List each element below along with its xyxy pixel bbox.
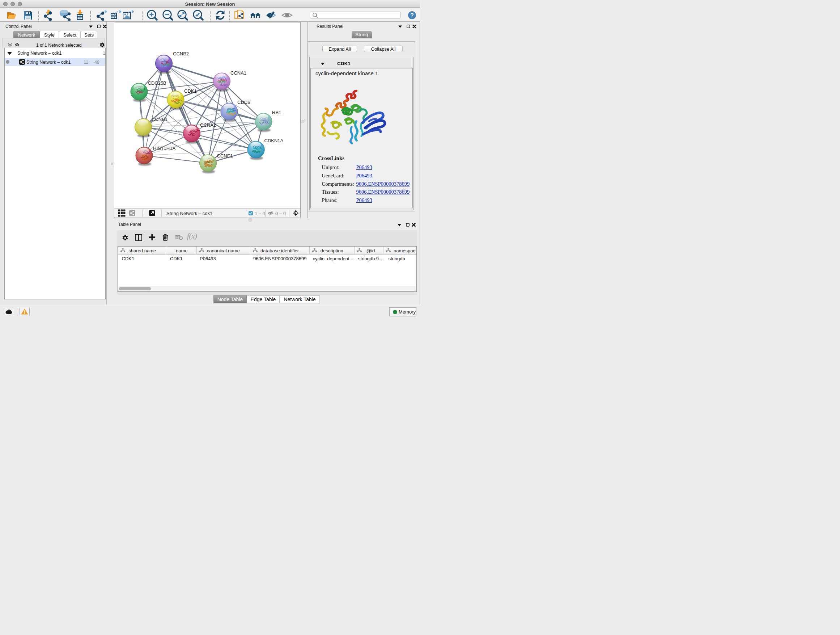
svg-text:HIST1H1A: HIST1H1A — [153, 146, 175, 151]
svg-text:CCNE1: CCNE1 — [217, 153, 233, 158]
svg-text:?: ? — [410, 12, 414, 19]
svg-text:CDC6: CDC6 — [237, 100, 250, 105]
svg-text:CDKN1A: CDKN1A — [264, 138, 284, 143]
svg-text:CDK1: CDK1 — [184, 88, 197, 94]
svg-text:CDC25B: CDC25B — [148, 80, 166, 86]
svg-text:CCNB2: CCNB2 — [173, 51, 189, 57]
svg-text:CCNA1: CCNA1 — [231, 70, 246, 76]
svg-text:RB1: RB1 — [272, 110, 281, 115]
svg-text:CCNA2: CCNA2 — [200, 122, 216, 128]
svg-text:CCNB1: CCNB1 — [152, 117, 167, 122]
